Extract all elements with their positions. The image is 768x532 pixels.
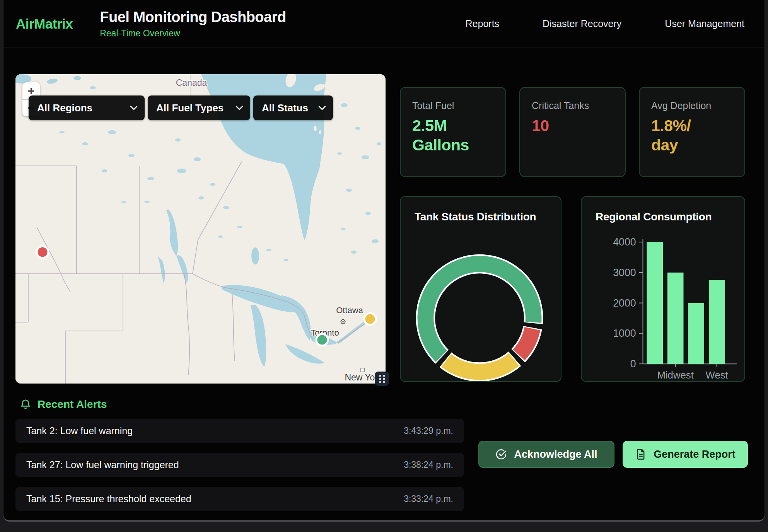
- map-marker-critical[interactable]: [37, 246, 48, 258]
- stat-value: 2.5M Gallons: [412, 116, 494, 155]
- alert-row: Tank 2: Low fuel warning 3:43:29 p.m.: [15, 419, 464, 443]
- main-nav: Reports Disaster Recovery User Managemen…: [466, 18, 744, 29]
- fuel-type-filter-dropdown[interactable]: All Fuel Types: [148, 95, 250, 120]
- charts-row: Tank Status Distribution Regional Consum…: [400, 196, 745, 382]
- svg-text:1000: 1000: [613, 327, 636, 339]
- status-filter-value: All Status: [262, 102, 308, 114]
- nav-item-reports[interactable]: Reports: [466, 18, 500, 29]
- svg-text:3000: 3000: [613, 267, 636, 278]
- chevron-down-icon: [318, 106, 326, 111]
- alert-message: Tank 27: Low fuel warning triggered: [26, 459, 179, 471]
- page-title: Fuel Monitoring Dashboard: [100, 9, 286, 26]
- app-header: AirMatrix Fuel Monitoring Dashboard Real…: [3, 0, 765, 48]
- status-filter-dropdown[interactable]: All Status: [253, 95, 333, 120]
- svg-text:4000: 4000: [613, 236, 636, 248]
- alert-message: Tank 2: Low fuel warning: [26, 425, 133, 437]
- map-resize-handle[interactable]: [375, 372, 389, 386]
- title-block: Fuel Monitoring Dashboard Real-Time Over…: [100, 9, 286, 39]
- brand-logo: AirMatrix: [16, 16, 73, 32]
- alert-timestamp: 3:38:24 p.m.: [404, 460, 453, 470]
- stat-value: 1.8%/ day: [651, 116, 733, 155]
- alert-message: Tank 15: Pressure threshold exceeded: [26, 493, 191, 505]
- region-filter-value: All Regions: [37, 102, 92, 114]
- stat-card-avg-depletion: Avg Depletion 1.8%/ day: [639, 87, 745, 177]
- document-icon: [635, 448, 647, 460]
- alert-row: Tank 27: Low fuel warning triggered 3:38…: [15, 453, 464, 477]
- tank-status-donut-chart: [401, 197, 561, 381]
- nav-item-disaster-recovery[interactable]: Disaster Recovery: [543, 18, 621, 29]
- town-square-icon: [361, 368, 365, 372]
- stats-row: Total Fuel 2.5M Gallons Critical Tanks 1…: [400, 87, 745, 177]
- chevron-down-icon: [130, 106, 138, 111]
- map-graphic: Canada Ottawa Toronto New York: [15, 74, 386, 384]
- region-filter-dropdown[interactable]: All Regions: [29, 95, 145, 120]
- map-canvas[interactable]: Canada Ottawa Toronto New York: [15, 74, 386, 384]
- chevron-down-icon: [236, 106, 243, 111]
- map-filters: All Regions All Fuel Types All Status: [29, 95, 333, 120]
- map-label-ottawa: Ottawa: [336, 305, 363, 315]
- map-label-country: Canada: [176, 78, 207, 88]
- map-panel: Canada Ottawa Toronto New York + − All R…: [15, 74, 386, 384]
- stat-card-critical-tanks: Critical Tanks 10: [519, 87, 626, 177]
- stat-label: Avg Depletion: [651, 100, 733, 111]
- alerts-heading: Recent Alerts: [38, 398, 107, 411]
- generate-report-button[interactable]: Generate Report: [623, 441, 748, 468]
- svg-text:2000: 2000: [613, 297, 636, 309]
- map-marker-warning[interactable]: [364, 313, 376, 325]
- alert-row: Tank 15: Pressure threshold exceeded 3:3…: [15, 487, 464, 511]
- page-subtitle: Real-Time Overview: [100, 28, 286, 39]
- check-circle-icon: [495, 448, 507, 460]
- bell-icon: [20, 399, 31, 410]
- grip-dots-icon: [378, 374, 386, 384]
- stat-label: Total Fuel: [412, 100, 494, 111]
- stat-value: 10: [532, 116, 613, 135]
- acknowledge-all-label: Acknowledge All: [514, 448, 597, 460]
- fuel-type-filter-value: All Fuel Types: [156, 102, 224, 114]
- svg-text:West: West: [706, 370, 728, 380]
- stat-card-total-fuel: Total Fuel 2.5M Gallons: [400, 87, 506, 177]
- dashboard-window: AirMatrix Fuel Monitoring Dashboard Real…: [3, 0, 765, 522]
- alerts-header: Recent Alerts: [20, 398, 107, 411]
- alert-timestamp: 3:33:24 p.m.: [404, 494, 453, 504]
- acknowledge-all-button[interactable]: Acknowledge All: [478, 441, 614, 468]
- nav-item-user-management[interactable]: User Management: [665, 18, 744, 29]
- regional-consumption-bar-chart: 01000200030004000MidwestWest: [582, 197, 744, 381]
- alert-timestamp: 3:43:29 p.m.: [404, 426, 453, 436]
- regional-consumption-chart-card: Regional Consumption 01000200030004000Mi…: [581, 196, 745, 382]
- tank-status-chart-card: Tank Status Distribution: [400, 196, 561, 382]
- map-marker-normal[interactable]: [316, 334, 328, 346]
- stat-label: Critical Tanks: [532, 100, 613, 111]
- svg-text:0: 0: [630, 358, 636, 370]
- generate-report-label: Generate Report: [654, 448, 736, 460]
- svg-text:Midwest: Midwest: [657, 370, 693, 380]
